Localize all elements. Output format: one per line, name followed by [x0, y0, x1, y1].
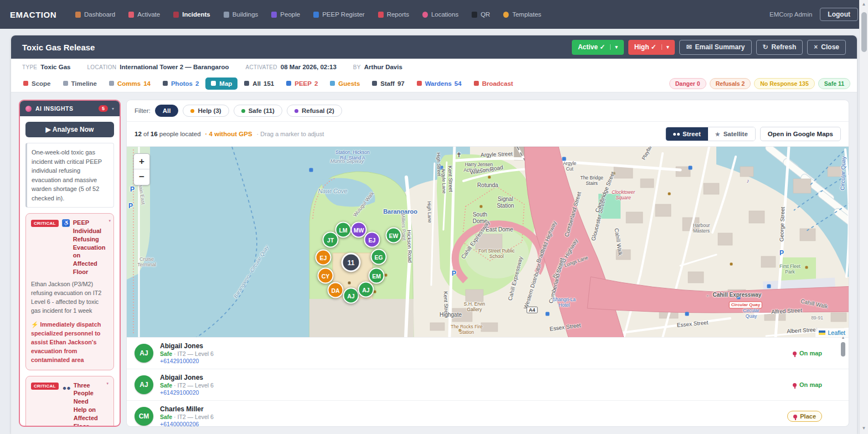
scroll-thumb[interactable] — [841, 342, 845, 356]
filter-pill-safe-11[interactable]: Safe (11) — [234, 105, 282, 117]
logout-button[interactable]: Logout — [820, 8, 858, 21]
tab-staff[interactable]: Staff 97 — [366, 78, 410, 90]
tab-scope[interactable]: Scope — [18, 78, 56, 90]
meta-type-label: TYPE — [22, 64, 37, 70]
map-marker-jt[interactable]: JT — [323, 232, 339, 248]
ai-insights-header[interactable]: AI INSIGHTS 5 ▾ — [20, 101, 120, 116]
person-name: Abigail Jones — [160, 342, 214, 350]
nav-item-peep-register[interactable]: PEEP Register — [313, 11, 365, 18]
nav-item-activate[interactable]: Activate — [128, 11, 160, 18]
map-marker-cy[interactable]: CY — [318, 268, 334, 284]
map-marker-aj[interactable]: AJ — [343, 288, 359, 304]
nav-item-qr[interactable]: QR — [472, 11, 490, 18]
scroll-thumb[interactable] — [861, 12, 867, 52]
scroll-up-icon[interactable]: ▲ — [860, 0, 868, 9]
tab-icon — [244, 81, 249, 86]
nav-item-icon — [503, 12, 509, 18]
filter-pill-refusal-2[interactable]: Refusal (2) — [287, 105, 342, 117]
map-marker-lm[interactable]: LM — [335, 222, 352, 238]
critical-badge: CRITICAL — [31, 220, 59, 227]
pin-icon — [793, 383, 797, 387]
person-row-abigail-jones: AJ Abigail Jones Safe · IT2 — Level 6 +6… — [127, 337, 849, 369]
person-location: IT2 — Level 6 — [178, 414, 214, 420]
person-row-charles-miller: CM Charles Miller Safe · IT2 — Level 6 +… — [127, 400, 849, 427]
nav-item-templates[interactable]: Templates — [503, 11, 541, 18]
map-marker-eg[interactable]: EG — [371, 249, 387, 265]
nav-item-label: Reports — [387, 11, 409, 18]
analyse-now-button[interactable]: ▶ Analyse Now — [25, 122, 114, 137]
nav-item-label: Templates — [512, 11, 541, 18]
ai-insight-card[interactable]: CRITICAL Three People Need Help on Affec… — [25, 376, 114, 427]
filter-row: Filter: All Help (3) Safe (11) — [127, 100, 849, 122]
on-map-link[interactable]: On map — [793, 350, 822, 356]
map-marker-da[interactable]: DA — [328, 282, 344, 298]
street-view-button[interactable]: Street — [666, 127, 708, 141]
nav-item-people[interactable]: People — [271, 11, 300, 18]
close-button[interactable]: × Close — [807, 40, 846, 55]
map-marker-em[interactable]: EM — [369, 268, 385, 284]
meta-location-value: International Tower 2 — Barangaroo — [120, 64, 229, 70]
people-list-scrollbar[interactable]: ▲ — [840, 335, 846, 356]
person-phone-link[interactable]: +61429100020 — [160, 389, 214, 396]
nav-item-dashboard[interactable]: Dashboard — [75, 11, 115, 18]
tab-icon — [23, 81, 28, 86]
nav-item-label: People — [280, 11, 300, 18]
map-canvas[interactable]: Munns Slipway Nawi Cove Wulugul Walk Bar… — [127, 146, 849, 337]
tab-photos[interactable]: Photos 2 — [157, 78, 204, 90]
tab-icon — [286, 81, 291, 86]
map-marker-ej[interactable]: EJ — [316, 250, 332, 266]
filter-pill-help-3[interactable]: Help (3) — [183, 105, 229, 117]
priority-dropdown[interactable]: High ✓ — [628, 40, 675, 55]
map-poi-icon — [805, 266, 808, 269]
filter-pill-all[interactable]: All — [155, 105, 179, 117]
email-summary-button[interactable]: ✉ Email Summary — [679, 40, 751, 55]
tab-icon — [163, 81, 168, 86]
page-scrollbar[interactable]: ▲ ▼ — [859, 0, 868, 434]
map-marker-11[interactable]: 11 — [342, 253, 361, 272]
on-map-link[interactable]: On map — [793, 381, 822, 388]
nav-item-label: QR — [480, 11, 490, 18]
scroll-up-icon[interactable]: ▲ — [840, 335, 846, 340]
map-marker-ej[interactable]: EJ — [364, 232, 380, 248]
insight-action: Immediately dispatch specialized personn… — [31, 320, 108, 365]
map-marker-ew[interactable]: EW — [386, 228, 402, 244]
tab-wardens[interactable]: Wardens 54 — [411, 78, 467, 90]
status-dropdown[interactable]: Active ✓ — [572, 40, 624, 55]
nav-item-icon — [75, 12, 81, 18]
tab-timeline[interactable]: Timeline — [58, 78, 102, 90]
open-google-maps-button[interactable]: Open in Google Maps — [760, 127, 841, 141]
tab-bar: Scope Timeline Comms 14 Photos 2 — [11, 75, 857, 92]
map-panel: Filter: All Help (3) Safe (11) — [126, 100, 849, 427]
tab-peep[interactable]: PEEP 2 — [281, 78, 323, 90]
person-name: Charles Miller — [160, 405, 214, 413]
nav-item-locations[interactable]: Locations — [422, 11, 458, 18]
nav-item-label: PEEP Register — [322, 11, 365, 18]
zoom-in-button[interactable]: + — [134, 154, 149, 169]
meta-type-value: Toxic Gas — [40, 64, 70, 70]
ai-insight-card[interactable]: CRITICAL PEEP Individual Refusing Evacua… — [25, 213, 114, 370]
tab-guests[interactable]: Guests — [324, 78, 365, 90]
tab-all[interactable]: All 151 — [239, 78, 280, 90]
content-area: AI INSIGHTS 5 ▾ ▶ Analyse Now One-week-o… — [11, 92, 857, 434]
refresh-button[interactable]: ↻ Refresh — [756, 40, 803, 55]
map-zoom-control: + − — [133, 153, 150, 185]
nav-item-reports[interactable]: Reports — [378, 11, 409, 18]
tab-map[interactable]: Map — [205, 78, 237, 90]
map-poi-icon — [488, 176, 491, 179]
critical-badge: CRITICAL — [31, 383, 59, 390]
tab-comms[interactable]: Comms 14 — [104, 78, 156, 90]
status-badge-danger-0: Danger 0 — [669, 78, 706, 89]
place-button[interactable]: Place — [787, 411, 822, 422]
nav-item-buildings[interactable]: Buildings — [224, 11, 259, 18]
map-poi-icon — [767, 285, 771, 288]
tab-broadcast[interactable]: Broadcast — [468, 78, 519, 90]
zoom-out-button[interactable]: − — [134, 169, 149, 185]
person-phone-link[interactable]: +61429100020 — [160, 358, 214, 364]
satellite-view-button[interactable]: Satellite — [708, 127, 755, 141]
scroll-down-icon[interactable]: ▼ — [860, 424, 868, 433]
map-marker-mw[interactable]: MW — [351, 222, 367, 238]
nav-item-incidents[interactable]: Incidents — [173, 11, 210, 18]
map-marker-aj[interactable]: AJ — [358, 282, 374, 298]
map-poi-icon — [562, 157, 566, 161]
person-phone-link[interactable]: +61400000206 — [160, 421, 214, 427]
